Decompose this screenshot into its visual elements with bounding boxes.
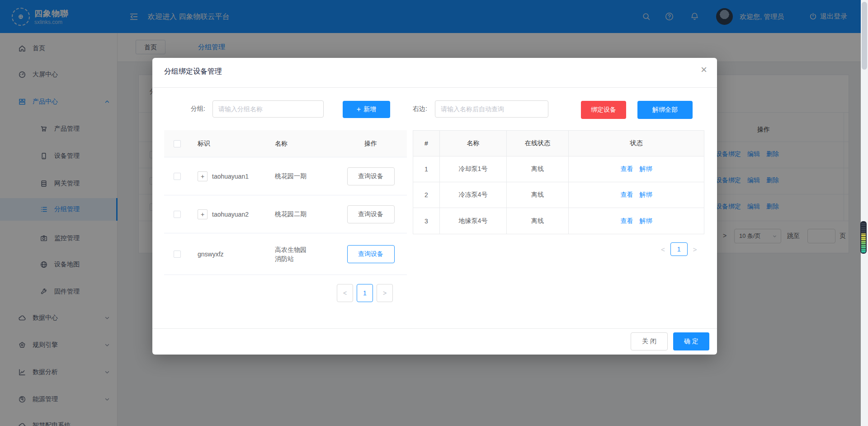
group-input-label: 分组: (191, 105, 205, 113)
group-name: 桃花园二期 (267, 210, 335, 218)
group-table: 标识 名称 操作 + taohuayuan1 桃花园一期 查询设备 + taoh… (164, 130, 407, 275)
expand-row-button[interactable]: + (198, 171, 208, 181)
query-devices-button[interactable]: 查询设备 (347, 167, 395, 185)
device-name: 冷冻泵4号 (440, 182, 507, 208)
expand-row-button[interactable]: + (198, 209, 208, 219)
pagination-next[interactable]: > (377, 284, 393, 302)
pagination-page-1[interactable]: 1 (670, 242, 688, 256)
group-row: + taohuayuan2 桃花园二期 查询设备 (164, 195, 407, 233)
pagination-prev[interactable]: < (337, 284, 353, 302)
device-index: 2 (413, 182, 440, 208)
device-name: 冷却泵1号 (440, 156, 507, 182)
modal-header-divider (152, 87, 717, 88)
group-name-input[interactable] (212, 100, 324, 118)
device-table-pagination: < 1 > (661, 242, 697, 256)
online-status: 离线 (507, 208, 569, 234)
device-row: 1 冷却泵1号 离线 查看 解绑 (413, 156, 704, 182)
group-id: taohuayuan2 (212, 211, 249, 218)
query-devices-button[interactable]: 查询设备 (347, 245, 395, 263)
unbind-all-button[interactable]: 解绑全部 (637, 101, 693, 119)
modal-footer-divider (152, 328, 717, 329)
device-index: 1 (413, 156, 440, 182)
view-link[interactable]: 查看 (621, 191, 633, 199)
scroll-indicator-widget (860, 221, 867, 254)
device-name: 地缘泵4号 (440, 208, 507, 234)
row-checkbox[interactable] (174, 173, 181, 180)
pagination-next[interactable]: > (693, 246, 697, 253)
group-id: taohuayuan1 (212, 173, 249, 180)
group-row: + taohuayuan1 桃花园一期 查询设备 (164, 157, 407, 195)
scrollbar-thumb[interactable] (862, 2, 867, 70)
row-checkbox[interactable] (174, 211, 181, 218)
right-input-label: 右边: (413, 105, 427, 113)
online-status: 离线 (507, 156, 569, 182)
device-row: 3 地缘泵4号 离线 查看 解绑 (413, 208, 704, 234)
screen: 四象物聯 sxlinks.com 欢迎进入 四象物联云平台 欢迎您, 管理员 退… (0, 0, 868, 426)
group-name: 桃花园一期 (267, 172, 335, 180)
row-checkbox[interactable] (174, 251, 181, 258)
unbind-link[interactable]: 解绑 (640, 191, 652, 199)
add-group-button[interactable]: + 新增 (343, 101, 390, 118)
query-devices-button[interactable]: 查询设备 (347, 205, 395, 223)
unbind-link[interactable]: 解绑 (640, 165, 652, 173)
confirm-button[interactable]: 确 定 (673, 332, 709, 350)
device-search-input[interactable] (435, 100, 548, 118)
group-row: gnswyxfz 高农生物园消防站 查询设备 (164, 233, 407, 275)
group-name: 高农生物园消防站 (275, 245, 309, 263)
online-status: 离线 (507, 182, 569, 208)
unbind-link[interactable]: 解绑 (640, 217, 652, 225)
device-index: 3 (413, 208, 440, 234)
bind-devices-button[interactable]: 绑定设备 (581, 101, 626, 119)
view-link[interactable]: 查看 (621, 217, 633, 225)
close-modal-button[interactable]: 关 闭 (631, 332, 668, 350)
modal-title: 分组绑定设备管理 (164, 67, 222, 76)
device-table-header: # 名称 在线状态 状态 (413, 131, 704, 156)
select-all-checkbox[interactable] (174, 140, 181, 147)
group-id: gnswyxfz (198, 251, 224, 258)
close-icon[interactable]: × (701, 64, 707, 75)
group-table-header: 标识 名称 操作 (164, 130, 407, 157)
device-table: # 名称 在线状态 状态 1 冷却泵1号 离线 查看 解绑 2 冷冻泵4号 离线… (413, 130, 704, 234)
plus-icon: + (357, 105, 361, 114)
device-row: 2 冷冻泵4号 离线 查看 解绑 (413, 182, 704, 208)
view-link[interactable]: 查看 (621, 165, 633, 173)
pagination-prev[interactable]: < (661, 246, 665, 253)
group-bind-device-dialog: 分组绑定设备管理 × 分组: + 新增 右边: 绑定设备 解绑全部 标识 名称 … (152, 58, 717, 355)
pagination-page-1[interactable]: 1 (357, 284, 373, 302)
group-table-pagination: < 1 > (337, 284, 393, 302)
